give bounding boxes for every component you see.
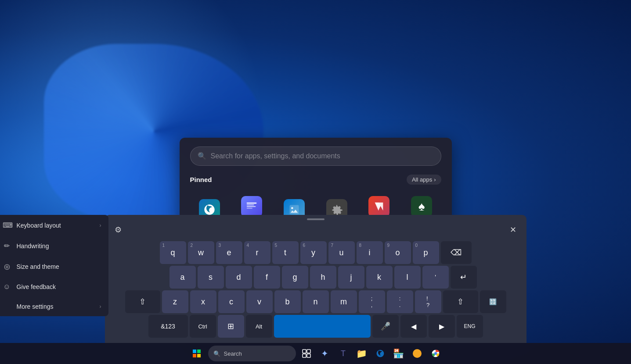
size-theme-label: Size and theme (17, 263, 59, 270)
svg-rect-2 (247, 206, 256, 207)
settings-item-keyboard-layout[interactable]: ⌨ Keyboard layout › (0, 215, 108, 236)
svg-rect-3 (247, 207, 252, 208)
key-row-1: 1q 2w 3e 4r 5t 6y 7u 8i 9o 0p ⌫ (108, 241, 523, 264)
key-f[interactable]: f (254, 266, 280, 289)
taskbar-app-yellow[interactable] (409, 346, 425, 361)
key-j[interactable]: j (338, 266, 364, 289)
key-x[interactable]: x (190, 290, 216, 313)
key-backspace[interactable]: ⌫ (441, 241, 472, 264)
key-arrow-right[interactable]: ▶ (429, 315, 455, 338)
settings-item-size-theme[interactable]: ◎ Size and theme (0, 256, 108, 277)
key-ctrl[interactable]: Ctrl (190, 315, 216, 338)
svg-rect-27 (197, 354, 201, 357)
svg-point-4 (291, 207, 293, 209)
taskbar-search-placeholder: Search (224, 350, 242, 357)
give-feedback-icon: ☺ (3, 283, 11, 291)
key-windows[interactable]: ⊞ (218, 315, 244, 338)
svg-rect-29 (307, 350, 310, 353)
key-arrow-left[interactable]: ◀ (400, 315, 427, 338)
keyboard-close-button[interactable]: ✕ (505, 222, 521, 238)
search-placeholder: Search for apps, settings, and documents (211, 152, 340, 160)
key-w[interactable]: 2w (188, 241, 214, 264)
taskbar-search-icon: 🔍 (213, 350, 220, 357)
svg-rect-1 (247, 204, 254, 205)
key-semicolon[interactable]: ;, (359, 290, 385, 313)
key-mic[interactable]: 🎤 (372, 315, 399, 338)
key-z[interactable]: z (162, 290, 188, 313)
key-num-sym[interactable]: &123 (148, 315, 188, 338)
settings-item-more-settings[interactable]: More settings › (0, 297, 108, 316)
key-o[interactable]: 9o (385, 241, 411, 264)
key-h[interactable]: h (310, 266, 336, 289)
start-button[interactable] (188, 345, 206, 362)
key-u[interactable]: 7u (328, 241, 355, 264)
key-y[interactable]: 6y (300, 241, 327, 264)
taskbar-taskview[interactable] (299, 346, 314, 361)
keyboard-layout-icon: ⌨ (3, 221, 11, 229)
all-apps-button[interactable]: All apps › (407, 175, 441, 185)
key-alt[interactable]: Alt (246, 315, 272, 338)
give-feedback-label: Give feedback (17, 283, 56, 290)
more-settings-chevron: › (100, 303, 101, 310)
taskbar-copilot[interactable]: ✦ (317, 346, 333, 361)
key-row-4: &123 Ctrl ⊞ Alt 🎤 ◀ ▶ ENG (108, 315, 523, 338)
taskbar-search[interactable]: 🔍 Search (208, 346, 296, 361)
key-row-3: ⇧ z x c v b n m ;, :. !? ⇧ 🔡 (108, 290, 523, 313)
key-d[interactable]: d (226, 266, 252, 289)
svg-rect-0 (247, 202, 257, 203)
m365-icon (368, 196, 389, 217)
svg-rect-28 (303, 350, 306, 353)
key-c[interactable]: c (218, 290, 245, 313)
more-settings-label: More settings (17, 303, 54, 310)
keyboard-settings-panel: ⌨ Keyboard layout › ✏ Handwriting ◎ Size… (0, 215, 108, 316)
key-layout-switch[interactable]: 🔡 (480, 290, 506, 313)
key-shift-left[interactable]: ⇧ (125, 290, 160, 313)
key-colon[interactable]: :. (387, 290, 413, 313)
keyboard-layout-chevron: › (100, 222, 101, 228)
key-q[interactable]: 1q (160, 241, 186, 264)
key-space[interactable] (274, 315, 371, 338)
key-n[interactable]: n (303, 290, 329, 313)
keyboard-settings-button[interactable]: ⚙ (110, 222, 126, 238)
keyboard-top-bar: ⚙ ✕ (105, 222, 526, 239)
taskbar-store[interactable]: 🏪 (391, 346, 407, 361)
keyboard-handle[interactable] (307, 218, 325, 220)
key-s[interactable]: s (198, 266, 224, 289)
taskbar-chrome[interactable] (428, 346, 444, 361)
start-search-bar[interactable]: 🔍 Search for apps, settings, and documen… (190, 146, 441, 166)
taskbar-teams[interactable]: T (335, 346, 351, 361)
something-icon (241, 196, 262, 217)
key-p[interactable]: 0p (413, 241, 439, 264)
key-l[interactable]: l (394, 266, 421, 289)
taskbar-fileexplorer[interactable]: 📁 (354, 346, 370, 361)
settings-item-give-feedback[interactable]: ☺ Give feedback (0, 277, 108, 297)
svg-rect-26 (193, 354, 196, 357)
svg-rect-31 (307, 354, 310, 357)
key-e[interactable]: 3e (216, 241, 242, 264)
key-enter[interactable]: ↵ (451, 266, 477, 289)
key-shift-right[interactable]: ⇧ (443, 290, 478, 313)
key-k[interactable]: k (366, 266, 393, 289)
chevron-right-icon: › (434, 176, 436, 183)
key-r[interactable]: 4r (244, 241, 270, 264)
key-row-2: a s d f g h j k l ' ↵ (108, 266, 523, 289)
key-t[interactable]: 5t (272, 241, 299, 264)
key-exclaim[interactable]: !? (415, 290, 441, 313)
size-theme-icon: ◎ (3, 262, 11, 271)
key-b[interactable]: b (274, 290, 301, 313)
settings-item-handwriting[interactable]: ✏ Handwriting (0, 236, 108, 256)
taskbar-edge[interactable] (372, 346, 388, 361)
handwriting-icon: ✏ (3, 242, 11, 250)
key-g[interactable]: g (282, 266, 308, 289)
key-quote[interactable]: ' (422, 266, 449, 289)
key-i[interactable]: 8i (357, 241, 383, 264)
key-v[interactable]: v (246, 290, 273, 313)
key-lang[interactable]: ENG (457, 315, 483, 338)
key-m[interactable]: m (331, 290, 357, 313)
svg-rect-25 (197, 350, 201, 353)
svg-rect-30 (303, 354, 306, 357)
solitaire-icon: ♠ (411, 196, 432, 217)
pinned-title: Pinned (190, 176, 212, 183)
search-icon: 🔍 (198, 152, 206, 160)
key-a[interactable]: a (169, 266, 196, 289)
